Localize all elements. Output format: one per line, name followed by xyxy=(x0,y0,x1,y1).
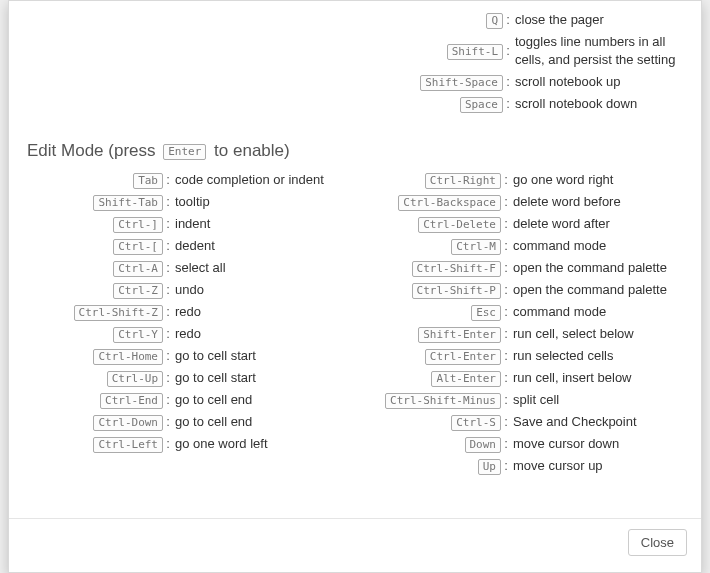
shortcut-description: delete word after xyxy=(511,215,683,233)
shortcut-description: close the pager xyxy=(513,11,683,29)
shortcut-row: Ctrl-Y:redo xyxy=(27,325,345,343)
shortcut-row: Q:close the pager xyxy=(367,11,683,29)
colon-separator: : xyxy=(503,42,513,60)
shortcut-key-cell: Ctrl-M xyxy=(365,237,501,255)
shortcut-row: Esc:command mode xyxy=(365,303,683,321)
shortcut-key-cell: Ctrl-Shift-Z xyxy=(27,303,163,321)
shortcut-row: Down:move cursor down xyxy=(365,435,683,453)
colon-separator: : xyxy=(163,259,173,277)
shortcut-description: go to cell end xyxy=(173,391,345,409)
shortcut-key-cell: Esc xyxy=(365,303,501,321)
colon-separator: : xyxy=(501,457,511,475)
shortcut-row: Ctrl-S:Save and Checkpoint xyxy=(365,413,683,431)
colon-separator: : xyxy=(503,95,513,113)
colon-separator: : xyxy=(501,171,511,189)
colon-separator: : xyxy=(503,11,513,29)
shortcut-description: redo xyxy=(173,325,345,343)
key-icon: Space xyxy=(460,97,503,113)
edit-mode-title-pre: Edit Mode (press xyxy=(27,141,160,160)
shortcut-key-cell: Ctrl-Y xyxy=(27,325,163,343)
key-icon: Ctrl-S xyxy=(451,415,501,431)
key-icon: Ctrl-Shift-P xyxy=(412,283,501,299)
shortcut-description: dedent xyxy=(173,237,345,255)
key-icon: Ctrl-Y xyxy=(113,327,163,343)
key-icon: Ctrl-] xyxy=(113,217,163,233)
shortcut-key-cell: Ctrl-Enter xyxy=(365,347,501,365)
shortcut-row: Ctrl-Shift-Z:redo xyxy=(27,303,345,321)
shortcuts-dialog: Q:close the pagerShift-L:toggles line nu… xyxy=(8,0,702,573)
shortcut-key-cell: Ctrl-Right xyxy=(365,171,501,189)
shortcut-row: Ctrl-Shift-F:open the command palette xyxy=(365,259,683,277)
shortcut-row: Up:move cursor up xyxy=(365,457,683,475)
shortcut-key-cell: Ctrl-[ xyxy=(27,237,163,255)
shortcut-key-cell: Ctrl-] xyxy=(27,215,163,233)
shortcut-row: Ctrl-Shift-Minus:split cell xyxy=(365,391,683,409)
shortcut-row: Shift-Space:scroll notebook up xyxy=(367,73,683,91)
shortcut-row: Ctrl-Enter:run selected cells xyxy=(365,347,683,365)
colon-separator: : xyxy=(501,391,511,409)
shortcut-key-cell: Ctrl-Shift-Minus xyxy=(365,391,501,409)
colon-separator: : xyxy=(501,193,511,211)
dialog-footer: Close xyxy=(9,518,701,572)
close-button[interactable]: Close xyxy=(628,529,687,556)
shortcut-description: move cursor up xyxy=(511,457,683,475)
shortcut-description: command mode xyxy=(511,237,683,255)
shortcut-description: open the command palette xyxy=(511,259,683,277)
key-icon: Ctrl-Shift-F xyxy=(412,261,501,277)
shortcut-key-cell: Ctrl-A xyxy=(27,259,163,277)
shortcut-description: select all xyxy=(173,259,345,277)
shortcut-key-cell: Ctrl-S xyxy=(365,413,501,431)
shortcuts-scroll-area[interactable]: Q:close the pagerShift-L:toggles line nu… xyxy=(9,1,701,518)
shortcut-row: Ctrl-Left:go one word left xyxy=(27,435,345,453)
shortcut-description: run cell, insert below xyxy=(511,369,683,387)
colon-separator: : xyxy=(501,435,511,453)
shortcut-key-cell: Shift-Space xyxy=(367,73,503,91)
shortcut-key-cell: Alt-Enter xyxy=(365,369,501,387)
shortcut-description: code completion or indent xyxy=(173,171,345,189)
enter-key-icon: Enter xyxy=(163,144,206,160)
key-icon: Ctrl-Down xyxy=(93,415,163,431)
key-icon: Ctrl-Backspace xyxy=(398,195,501,211)
shortcut-description: go to cell start xyxy=(173,369,345,387)
shortcut-row: Ctrl-Shift-P:open the command palette xyxy=(365,281,683,299)
key-icon: Q xyxy=(486,13,503,29)
colon-separator: : xyxy=(163,347,173,365)
shortcut-key-cell: Down xyxy=(365,435,501,453)
key-icon: Ctrl-Enter xyxy=(425,349,501,365)
colon-separator: : xyxy=(501,325,511,343)
shortcut-row: Ctrl-A:select all xyxy=(27,259,345,277)
shortcut-description: go to cell end xyxy=(173,413,345,431)
key-icon: Ctrl-Right xyxy=(425,173,501,189)
shortcut-key-cell: Up xyxy=(365,457,501,475)
shortcut-row: Ctrl-M:command mode xyxy=(365,237,683,255)
shortcut-key-cell: Ctrl-Z xyxy=(27,281,163,299)
colon-separator: : xyxy=(503,73,513,91)
shortcut-description: scroll notebook down xyxy=(513,95,683,113)
shortcut-description: go to cell start xyxy=(173,347,345,365)
colon-separator: : xyxy=(163,281,173,299)
shortcut-description: redo xyxy=(173,303,345,321)
colon-separator: : xyxy=(501,347,511,365)
edit-mode-heading: Edit Mode (press Enter to enable) xyxy=(27,141,683,161)
shortcut-key-cell: Tab xyxy=(27,171,163,189)
edit-mode-title-post: to enable) xyxy=(209,141,289,160)
shortcut-description: open the command palette xyxy=(511,281,683,299)
key-icon: Ctrl-A xyxy=(113,261,163,277)
shortcut-row: Shift-L:toggles line numbers in all cell… xyxy=(367,33,683,69)
key-icon: Ctrl-Z xyxy=(113,283,163,299)
colon-separator: : xyxy=(501,369,511,387)
key-icon: Down xyxy=(465,437,502,453)
colon-separator: : xyxy=(501,413,511,431)
shortcut-description: tooltip xyxy=(173,193,345,211)
shortcut-description: run cell, select below xyxy=(511,325,683,343)
shortcut-row: Tab:code completion or indent xyxy=(27,171,345,189)
shortcut-row: Ctrl-Up:go to cell start xyxy=(27,369,345,387)
key-icon: Shift-Tab xyxy=(93,195,163,211)
shortcut-row: Ctrl-]:indent xyxy=(27,215,345,233)
shortcut-description: run selected cells xyxy=(511,347,683,365)
shortcut-key-cell: Shift-Enter xyxy=(365,325,501,343)
key-icon: Ctrl-Up xyxy=(107,371,163,387)
key-icon: Ctrl-Shift-Z xyxy=(74,305,163,321)
colon-separator: : xyxy=(163,325,173,343)
shortcut-key-cell: Ctrl-End xyxy=(27,391,163,409)
